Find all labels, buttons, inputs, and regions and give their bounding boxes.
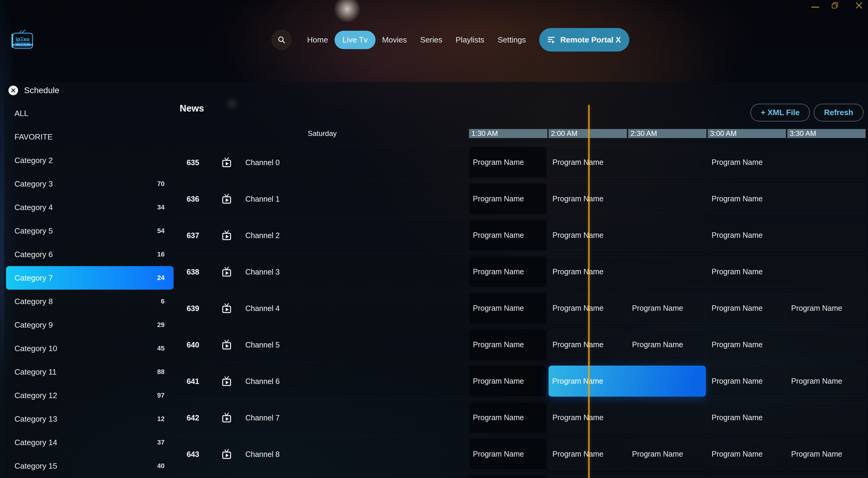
program-cell[interactable]: Program Name	[469, 329, 547, 360]
nav-item-home[interactable]: Home	[301, 31, 335, 49]
schedule-close-button[interactable]	[8, 86, 18, 95]
channel-row[interactable]: 637 Channel 2 Program NameProgram NamePr…	[176, 217, 868, 253]
program-cell[interactable]: Program Name	[469, 293, 547, 324]
program-cell[interactable]: Program Name	[549, 329, 626, 360]
program-title: Program Name	[712, 194, 763, 203]
sidebar-item-category-11[interactable]: Category 11 88	[4, 360, 176, 384]
refresh-button[interactable]: Refresh	[814, 104, 864, 122]
program-cell[interactable]: Program Name	[628, 329, 706, 360]
program-cell[interactable]: Program Name	[787, 293, 865, 324]
sidebar-item-category-8[interactable]: Category 8 6	[4, 290, 176, 313]
xml-file-button[interactable]: + XML File	[750, 104, 810, 122]
nav-item-live-tv[interactable]: Live Tv	[335, 31, 375, 49]
program-cell[interactable]	[469, 475, 547, 478]
restore-icon	[831, 1, 840, 10]
sidebar-item-category-15[interactable]: Category 15 40	[4, 454, 176, 478]
sidebar-item-category-14[interactable]: Category 14 37	[4, 431, 176, 454]
sidebar-item-favorite[interactable]: FAVORITE	[4, 125, 176, 149]
program-cell[interactable]: Program Name	[549, 220, 706, 251]
channel-row[interactable]: 638 Channel 3 Program NameProgram NamePr…	[176, 253, 868, 290]
remote-portal-button[interactable]: Remote Portal X	[539, 28, 629, 52]
program-cell[interactable]: Program Name	[628, 293, 706, 324]
sidebar-item-category-2[interactable]: Category 2	[4, 149, 176, 172]
channel-row[interactable]: 635 Channel 0 Program NameProgram NamePr…	[176, 144, 868, 181]
program-cell[interactable]: Program Name	[469, 365, 547, 396]
channel-row[interactable]: 641 Channel 6 Program NameProgram NamePr…	[176, 363, 868, 399]
program-cell[interactable]: Program Name	[469, 183, 547, 214]
program-title: Program Name	[632, 340, 683, 349]
channel-name: Channel 3	[245, 254, 280, 290]
program-cell[interactable]: Program Name	[708, 220, 865, 251]
program-cell[interactable]: Program Name	[469, 256, 547, 287]
epg-main: News + XML File Refresh Saturday 1:30 AM…	[176, 82, 868, 478]
channel-number: 640	[184, 327, 202, 363]
program-cell[interactable]: Program Name	[708, 183, 865, 214]
program-cell[interactable]: Program Name	[549, 147, 706, 178]
program-cell[interactable]: Program Name	[549, 402, 706, 433]
program-cell[interactable]: Program Name	[469, 439, 547, 470]
category-label: Category 6	[14, 250, 153, 259]
sidebar-item-category-6[interactable]: Category 6 16	[4, 243, 176, 266]
playlist-arrow-icon	[548, 36, 555, 44]
program-cell[interactable]: Program Name	[469, 147, 547, 178]
program-cell[interactable]: Program Name	[787, 439, 865, 470]
program-cell[interactable]: Program Name	[628, 439, 706, 470]
sidebar-item-category-7[interactable]: Category 7 24	[6, 266, 174, 290]
close-button[interactable]	[854, 1, 864, 10]
program-cell[interactable]: Program Name	[549, 183, 706, 214]
program-cell[interactable]: Program Name	[469, 402, 547, 433]
sidebar-item-all[interactable]: ALL	[4, 102, 176, 125]
channel-number: 641	[184, 363, 202, 399]
program-cell[interactable]: Program Name	[549, 439, 626, 470]
program-cell[interactable]: Program Name	[787, 365, 865, 396]
channel-number: 643	[184, 436, 202, 472]
nav-item-playlists[interactable]: Playlists	[449, 31, 491, 49]
program-title: Program Name	[552, 377, 603, 385]
program-cell[interactable]: Program Name	[549, 256, 706, 287]
category-label: Category 9	[14, 320, 153, 330]
time-slot-label: 3:00 AM	[708, 129, 786, 138]
sidebar-item-category-4[interactable]: Category 4 34	[4, 196, 176, 219]
program-cell-selected[interactable]: Program Name	[549, 365, 706, 396]
restore-button[interactable]	[831, 1, 840, 10]
channel-row[interactable]: 643 Channel 8 Program NameProgram NamePr…	[176, 436, 868, 472]
program-cell[interactable]	[549, 475, 706, 478]
program-title: Program Name	[473, 231, 524, 240]
program-cell[interactable]: Program Name	[708, 329, 865, 360]
sidebar-item-category-12[interactable]: Category 12 97	[4, 384, 176, 407]
minimize-button[interactable]	[811, 2, 820, 10]
tv-play-icon	[221, 303, 232, 314]
search-button[interactable]	[272, 30, 291, 50]
category-count: 40	[153, 462, 164, 470]
nav-item-movies[interactable]: Movies	[375, 31, 413, 49]
channel-row[interactable]: 636 Channel 1 Program NameProgram NamePr…	[176, 181, 868, 217]
tv-play-icon	[221, 376, 232, 387]
sidebar-item-category-9[interactable]: Category 9 29	[4, 313, 176, 337]
channel-number: 638	[184, 254, 202, 290]
sidebar-item-category-10[interactable]: Category 10 45	[4, 337, 176, 360]
program-cell[interactable]: Program Name	[708, 439, 785, 470]
category-sidebar: ALL FAVORITE Category 2 Category 3 70 Ca…	[4, 102, 176, 478]
sidebar-item-category-3[interactable]: Category 3 70	[4, 172, 176, 196]
channel-row[interactable]: 640 Channel 5 Program NameProgram NamePr…	[176, 326, 868, 363]
channel-row[interactable]: 642 Channel 7 Program NameProgram NamePr…	[176, 399, 868, 436]
program-cell[interactable]: Program Name	[708, 147, 865, 178]
program-cell[interactable]: Program Name	[549, 293, 626, 324]
program-title: Program Name	[632, 304, 683, 313]
program-cell[interactable]: Program Name	[708, 256, 865, 287]
program-cell[interactable]	[708, 475, 865, 478]
program-title: Program Name	[473, 340, 524, 349]
sidebar-item-category-13[interactable]: Category 13 12	[4, 407, 176, 431]
epg-grid: 635 Channel 0 Program NameProgram NamePr…	[176, 144, 868, 478]
program-cell[interactable]: Program Name	[708, 365, 785, 396]
program-cell[interactable]: Program Name	[708, 293, 785, 324]
nav-item-series[interactable]: Series	[413, 31, 449, 49]
program-cell[interactable]: Program Name	[469, 220, 547, 251]
channel-number: 642	[184, 400, 202, 436]
category-count: 37	[153, 439, 164, 446]
channel-row[interactable]: 639 Channel 4 Program NameProgram NamePr…	[176, 290, 868, 326]
nav-item-settings[interactable]: Settings	[491, 31, 532, 49]
time-slot-label: 2:30 AM	[628, 129, 707, 138]
sidebar-item-category-5[interactable]: Category 5 54	[4, 219, 176, 243]
program-cell[interactable]: Program Name	[708, 402, 865, 433]
